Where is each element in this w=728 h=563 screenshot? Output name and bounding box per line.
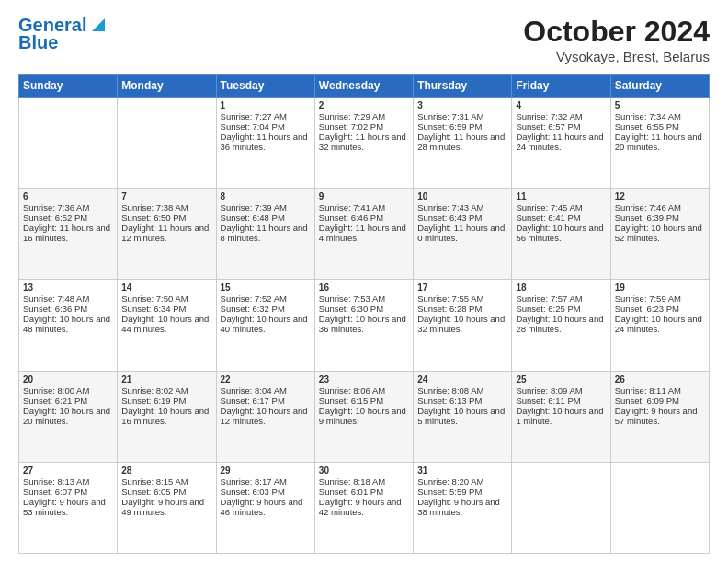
day-number: 2 xyxy=(319,100,409,110)
day-number: 12 xyxy=(615,191,705,201)
day-info: Sunset: 6:34 PM xyxy=(121,304,211,314)
day-info: Daylight: 9 hours and 46 minutes. xyxy=(221,497,311,517)
day-info: Sunrise: 8:18 AM xyxy=(319,477,409,487)
day-info: Sunrise: 7:39 AM xyxy=(221,202,311,213)
day-info: Sunrise: 7:34 AM xyxy=(615,111,705,121)
day-info: Sunset: 6:36 PM xyxy=(23,304,113,314)
day-info: Sunset: 6:11 PM xyxy=(516,396,606,406)
day-info: Daylight: 9 hours and 42 minutes. xyxy=(319,497,409,517)
day-info: Daylight: 10 hours and 40 minutes. xyxy=(221,314,311,334)
calendar-cell: 17Sunrise: 7:55 AMSunset: 6:28 PMDayligh… xyxy=(414,280,512,371)
page: General Blue October 2024 Vysokaye, Bres… xyxy=(0,0,728,563)
day-info: Sunset: 6:13 PM xyxy=(417,396,507,406)
calendar-cell: 13Sunrise: 7:48 AMSunset: 6:36 PMDayligh… xyxy=(19,280,118,371)
day-info: Sunset: 6:52 PM xyxy=(23,213,113,223)
day-info: Sunset: 6:50 PM xyxy=(121,213,211,223)
day-info: Sunrise: 8:04 AM xyxy=(221,385,311,396)
page-subtitle: Vysokaye, Brest, Belarus xyxy=(523,49,710,64)
day-info: Sunrise: 8:13 AM xyxy=(23,477,113,487)
day-info: Daylight: 10 hours and 28 minutes. xyxy=(516,314,606,334)
day-info: Sunset: 5:59 PM xyxy=(417,487,507,497)
day-info: Sunrise: 8:20 AM xyxy=(417,477,507,487)
day-info: Daylight: 11 hours and 4 minutes. xyxy=(319,223,409,243)
day-info: Sunset: 6:41 PM xyxy=(516,213,606,223)
day-info: Daylight: 10 hours and 9 minutes. xyxy=(319,406,409,426)
day-info: Daylight: 10 hours and 44 minutes. xyxy=(121,314,211,334)
day-info: Sunrise: 8:15 AM xyxy=(121,477,211,487)
day-info: Sunrise: 8:06 AM xyxy=(319,385,409,396)
day-info: Sunset: 6:07 PM xyxy=(23,487,113,497)
day-info: Daylight: 11 hours and 36 minutes. xyxy=(221,132,311,152)
calendar-cell: 11Sunrise: 7:45 AMSunset: 6:41 PMDayligh… xyxy=(512,189,610,280)
day-info: Sunrise: 7:41 AM xyxy=(319,202,409,213)
day-info: Daylight: 10 hours and 20 minutes. xyxy=(23,406,113,426)
day-info: Daylight: 11 hours and 20 minutes. xyxy=(615,132,705,152)
calendar-day-header: Saturday xyxy=(610,75,709,98)
calendar-cell xyxy=(610,462,709,553)
day-info: Sunset: 6:09 PM xyxy=(615,396,705,406)
day-info: Sunrise: 7:48 AM xyxy=(23,293,113,304)
day-number: 31 xyxy=(417,465,507,476)
calendar-day-header: Friday xyxy=(512,75,610,98)
day-info: Daylight: 10 hours and 56 minutes. xyxy=(516,223,606,243)
logo-arrow-icon xyxy=(88,15,108,35)
day-number: 21 xyxy=(121,374,211,385)
day-info: Sunrise: 7:53 AM xyxy=(319,293,409,304)
calendar-header-row: SundayMondayTuesdayWednesdayThursdayFrid… xyxy=(19,75,710,98)
day-info: Sunset: 7:04 PM xyxy=(221,121,311,132)
day-info: Sunrise: 7:36 AM xyxy=(23,202,113,213)
calendar-cell xyxy=(512,462,610,553)
day-number: 24 xyxy=(417,374,507,385)
day-info: Daylight: 9 hours and 49 minutes. xyxy=(121,497,211,517)
day-info: Sunrise: 8:00 AM xyxy=(23,385,113,396)
day-number: 15 xyxy=(221,282,311,293)
day-number: 5 xyxy=(615,100,705,110)
calendar-cell: 29Sunrise: 8:17 AMSunset: 6:03 PMDayligh… xyxy=(216,462,314,553)
calendar-cell: 28Sunrise: 8:15 AMSunset: 6:05 PMDayligh… xyxy=(118,462,216,553)
day-number: 1 xyxy=(221,100,311,110)
calendar-cell xyxy=(118,98,216,189)
day-info: Sunrise: 7:52 AM xyxy=(221,293,311,304)
calendar-cell: 9Sunrise: 7:41 AMSunset: 6:46 PMDaylight… xyxy=(314,189,413,280)
calendar-week-row: 1Sunrise: 7:27 AMSunset: 7:04 PMDaylight… xyxy=(19,98,710,189)
day-info: Daylight: 10 hours and 24 minutes. xyxy=(615,314,705,334)
calendar-day-header: Tuesday xyxy=(216,75,314,98)
day-number: 4 xyxy=(516,100,606,110)
day-info: Daylight: 11 hours and 16 minutes. xyxy=(23,223,113,243)
day-number: 16 xyxy=(319,282,409,293)
day-info: Sunrise: 7:27 AM xyxy=(221,111,311,121)
day-info: Sunset: 6:32 PM xyxy=(221,304,311,314)
calendar-cell: 21Sunrise: 8:02 AMSunset: 6:19 PMDayligh… xyxy=(118,371,216,462)
day-info: Sunrise: 7:29 AM xyxy=(319,111,409,121)
day-number: 10 xyxy=(417,191,507,201)
day-number: 19 xyxy=(615,282,705,293)
calendar-day-header: Sunday xyxy=(19,75,118,98)
calendar-cell: 8Sunrise: 7:39 AMSunset: 6:48 PMDaylight… xyxy=(216,189,314,280)
day-info: Sunrise: 7:59 AM xyxy=(615,293,705,304)
calendar-day-header: Wednesday xyxy=(314,75,413,98)
day-number: 23 xyxy=(319,374,409,385)
day-number: 26 xyxy=(615,374,705,385)
day-info: Sunrise: 7:38 AM xyxy=(121,202,211,213)
page-title: October 2024 xyxy=(523,15,710,49)
day-info: Sunrise: 7:50 AM xyxy=(121,293,211,304)
day-number: 27 xyxy=(23,465,113,476)
calendar-cell: 25Sunrise: 8:09 AMSunset: 6:11 PMDayligh… xyxy=(512,371,610,462)
day-info: Sunset: 6:28 PM xyxy=(417,304,507,314)
calendar-cell: 4Sunrise: 7:32 AMSunset: 6:57 PMDaylight… xyxy=(512,98,610,189)
day-info: Daylight: 10 hours and 32 minutes. xyxy=(417,314,507,334)
day-info: Sunset: 7:02 PM xyxy=(319,121,409,132)
day-info: Daylight: 10 hours and 5 minutes. xyxy=(417,406,507,426)
day-info: Sunset: 6:57 PM xyxy=(516,121,606,132)
day-number: 3 xyxy=(417,100,507,110)
calendar-cell: 26Sunrise: 8:11 AMSunset: 6:09 PMDayligh… xyxy=(610,371,709,462)
calendar-cell: 12Sunrise: 7:46 AMSunset: 6:39 PMDayligh… xyxy=(610,189,709,280)
day-info: Sunset: 6:55 PM xyxy=(615,121,705,132)
logo: General Blue xyxy=(18,15,108,53)
day-number: 25 xyxy=(516,374,606,385)
calendar-cell: 2Sunrise: 7:29 AMSunset: 7:02 PMDaylight… xyxy=(314,98,413,189)
day-info: Sunrise: 8:09 AM xyxy=(516,385,606,396)
day-info: Sunrise: 7:31 AM xyxy=(417,111,507,121)
day-info: Daylight: 11 hours and 12 minutes. xyxy=(121,223,211,243)
calendar-cell: 18Sunrise: 7:57 AMSunset: 6:25 PMDayligh… xyxy=(512,280,610,371)
